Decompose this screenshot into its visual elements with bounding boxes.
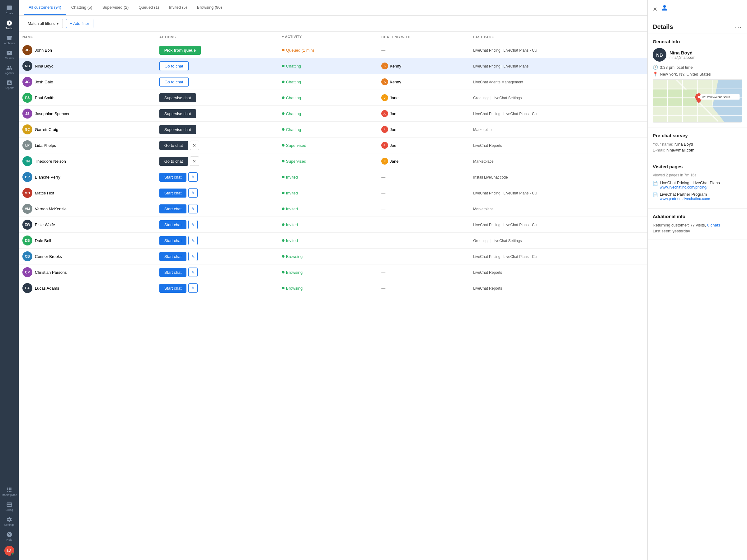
last-page-cell: LiveChat Agents Management (469, 74, 647, 90)
start-chat-button[interactable]: Start chat (159, 220, 187, 229)
start-chat-button[interactable]: Start chat (159, 252, 187, 261)
edit-invite-button[interactable]: ✎ (188, 284, 198, 293)
tab-all-customers[interactable]: All customers (94) (24, 1, 66, 15)
chatting-with-cell: — (378, 217, 469, 233)
start-chat-button[interactable]: Start chat (159, 268, 187, 277)
name-cell: MH Mattie Holt (19, 185, 156, 201)
chatting-with-cell: — (378, 233, 469, 248)
last-page-text: LiveChat Reports (473, 270, 502, 275)
activity-indicator (282, 208, 284, 210)
start-chat-button[interactable]: Start chat (159, 236, 187, 245)
user-avatar[interactable]: LA (4, 546, 14, 556)
general-info-section: General Info NB Nina Boyd nina@mail.com … (648, 34, 747, 128)
tab-chatting[interactable]: Chatting (5) (66, 1, 97, 15)
panel-user-email: nina@mail.com (670, 55, 695, 60)
start-chat-button[interactable]: Start chat (159, 205, 187, 213)
chatting-with-cell: — (378, 169, 469, 185)
visited-subtitle: Viewed 2 pages in 7m 16s (653, 173, 742, 177)
table-row: CP Christian Parsons Start chat✎Browsing… (19, 264, 647, 280)
last-page-text: Greetings | LiveChat Settings (473, 96, 522, 100)
sidebar-item-help[interactable]: Help (2, 530, 16, 543)
panel-user-name: Nina Boyd (670, 50, 695, 55)
edit-invite-button[interactable]: ✎ (188, 268, 198, 277)
action-cell: Start chat✎ (156, 264, 278, 280)
start-chat-button[interactable]: Start chat (159, 189, 187, 197)
sidebar-item-billing[interactable]: Billing (2, 500, 16, 513)
user-profile-icon[interactable] (661, 4, 668, 14)
action-cell: Start chat✎ (156, 169, 278, 185)
customers-table: NAME ACTIONS ▾ ACTIVITY CHATTING WITH LA… (19, 32, 647, 560)
table-row: EW Elsie Wolfe Start chat✎Invited—LiveCh… (19, 217, 647, 233)
customer-avatar: LA (22, 283, 32, 293)
edit-invite-button[interactable]: ✎ (188, 188, 198, 197)
last-page-cell: LiveChat Pricing | LiveChat Plans - Cu (469, 42, 647, 58)
activity-label: Browsing (286, 286, 303, 291)
sidebar-item-traffic[interactable]: Traffic (2, 18, 16, 32)
edit-invite-button[interactable]: ✎ (188, 236, 198, 245)
name-cell: LP Lida Phelps (19, 137, 156, 153)
sidebar-item-agents[interactable]: Agents (2, 63, 16, 77)
name-cell: VM Vernon McKenzie (19, 201, 156, 217)
activity-label: Chatting (286, 96, 301, 100)
sidebar-item-tickets[interactable]: Tickets (2, 48, 16, 61)
supervise-chat-button[interactable]: Supervise chat (159, 109, 196, 118)
close-chat-button[interactable]: ✕ (190, 141, 199, 150)
sidebar-item-reports[interactable]: Reports (2, 78, 16, 91)
map-container: 228 Park Avenue South (653, 79, 742, 123)
action-cell: Supervise chat (156, 122, 278, 137)
table-row: JB John Bon Pick from queueQueued (1 min… (19, 42, 647, 58)
customer-name: Theodore Nelson (35, 159, 66, 164)
tab-queued[interactable]: Queued (1) (133, 1, 164, 15)
agent-name: Jane (390, 159, 398, 164)
page-url-1[interactable]: www.livechatinc.com/pricing/ (660, 185, 720, 189)
agent-name: Joe (390, 143, 396, 148)
panel-more-button[interactable]: ··· (735, 23, 742, 30)
sidebar-item-chats[interactable]: Chats (2, 3, 16, 17)
last-page-text: LiveChat Reports (473, 143, 502, 148)
activity-label: Queued (1 min) (286, 48, 314, 53)
add-filter-button[interactable]: + Add filter (66, 19, 93, 28)
sidebar-item-marketplace[interactable]: Marketplace (2, 485, 16, 499)
page-url-2[interactable]: www.partners.livechatinc.com/ (660, 196, 710, 201)
goto-chat-button[interactable]: Go to chat (159, 61, 189, 71)
goto-chat-button[interactable]: Go to chat (159, 77, 189, 87)
table-row: CB Connor Brooks Start chat✎Browsing—Liv… (19, 248, 647, 264)
tab-invited[interactable]: Invited (5) (164, 1, 192, 15)
goto-chat-button[interactable]: Go to chat (159, 157, 188, 166)
supervise-chat-button[interactable]: Supervise chat (159, 125, 196, 134)
activity-indicator (282, 81, 284, 83)
edit-invite-button[interactable]: ✎ (188, 204, 198, 213)
sidebar-item-archives[interactable]: Archives (2, 33, 16, 47)
activity-label: Invited (286, 238, 298, 243)
chats-link[interactable]: 6 chats (707, 223, 720, 228)
customer-avatar: CP (22, 267, 32, 277)
user-name-email: Nina Boyd nina@mail.com (670, 50, 695, 60)
supervise-chat-button[interactable]: Supervise chat (159, 93, 196, 102)
no-agent: — (381, 48, 385, 53)
tab-browsing[interactable]: Browsing (80) (192, 1, 227, 15)
activity-indicator (282, 65, 284, 67)
close-icon[interactable]: ✕ (653, 6, 658, 13)
agent-name: Joe (390, 111, 396, 116)
agent-avatar: Jo (381, 142, 388, 149)
customer-name: John Bon (35, 48, 52, 53)
edit-invite-button[interactable]: ✎ (188, 220, 198, 229)
filter-button[interactable]: Match all filters ▾ (24, 19, 63, 28)
action-cell: Go to chat✕ (156, 153, 278, 169)
activity-cell: Queued (1 min) (278, 42, 378, 58)
pick-queue-button[interactable]: Pick from queue (159, 46, 201, 55)
start-chat-button[interactable]: Start chat (159, 173, 187, 182)
last-page-cell: LiveChat Pricing | LiveChat Plans (469, 58, 647, 74)
last-page-cell: Marketplace (469, 201, 647, 217)
clock-icon: 🕐 (653, 65, 658, 70)
tab-supervised[interactable]: Supervised (2) (97, 1, 134, 15)
edit-invite-button[interactable]: ✎ (188, 172, 198, 182)
last-page-text: LiveChat Pricing | LiveChat Plans - Cu (473, 191, 537, 195)
name-cell: GC Garrett Craig (19, 122, 156, 137)
close-chat-button[interactable]: ✕ (190, 157, 199, 166)
sidebar-item-settings[interactable]: Settings (2, 514, 16, 528)
start-chat-button[interactable]: Start chat (159, 284, 187, 293)
goto-chat-button[interactable]: Go to chat (159, 141, 188, 150)
activity-cell: Invited (278, 201, 378, 217)
edit-invite-button[interactable]: ✎ (188, 252, 198, 261)
